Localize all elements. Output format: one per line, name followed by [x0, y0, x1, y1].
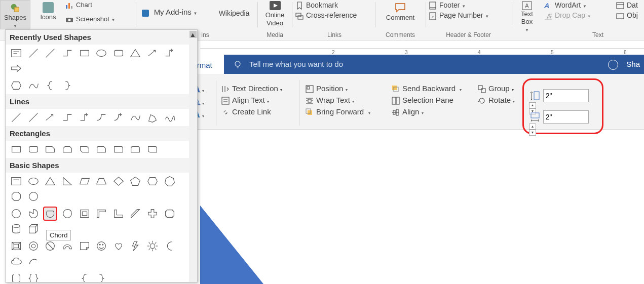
- shape-right-brace[interactable]: [60, 78, 74, 93]
- comment-button[interactable]: Comment: [380, 3, 421, 21]
- shape-arc[interactable]: [26, 254, 41, 268]
- shape-freeform[interactable]: [145, 110, 160, 125]
- shape-line[interactable]: [43, 46, 57, 60]
- shape-arrow-line[interactable]: [43, 110, 57, 125]
- shape-textbox2[interactable]: [9, 174, 23, 188]
- shape-nosymbol[interactable]: [43, 239, 57, 253]
- shape-double-brace[interactable]: [26, 271, 41, 282]
- drop-cap-button[interactable]: ADrop Cap ▼: [544, 11, 591, 20]
- shape-cube[interactable]: [26, 222, 41, 236]
- shape-block-arrow[interactable]: [9, 61, 23, 75]
- shape-round2same[interactable]: [128, 142, 142, 156]
- shape-block-arc[interactable]: [60, 239, 74, 253]
- shape-rounded-rect[interactable]: [111, 46, 126, 60]
- shape-trapezoid[interactable]: [94, 174, 108, 188]
- shape-octagon[interactable]: [9, 189, 23, 204]
- shape-lightning[interactable]: [128, 239, 142, 253]
- shape-curved-conn[interactable]: [94, 110, 108, 125]
- shape-heart[interactable]: [111, 239, 126, 253]
- shape-pentagon[interactable]: [128, 174, 142, 188]
- shape-left-brace[interactable]: [43, 78, 57, 93]
- icons-button[interactable]: Icons: [35, 0, 61, 29]
- shape-folded-corner[interactable]: [78, 239, 92, 253]
- shape-decagon[interactable]: [26, 189, 41, 204]
- bring-forward-button[interactable]: Bring Forward ▾: [305, 107, 370, 117]
- shape-triangle[interactable]: [128, 46, 142, 60]
- wordart-button[interactable]: AWordArt ▼: [544, 1, 591, 10]
- shape-snip2diag[interactable]: [78, 142, 92, 156]
- shape-textbox[interactable]: [9, 46, 23, 60]
- shape-parallelogram[interactable]: [78, 174, 92, 188]
- send-backward-button[interactable]: Send Backward ▾: [391, 84, 462, 94]
- shape-snip2same[interactable]: [60, 142, 74, 156]
- shape-hexagon[interactable]: [9, 78, 23, 93]
- shape-scribble[interactable]: [163, 110, 177, 125]
- shape-teardrop[interactable]: [60, 207, 74, 221]
- shape-elbow-arrow[interactable]: [78, 110, 92, 125]
- shape-oval[interactable]: [94, 46, 108, 60]
- selection-pane-button[interactable]: Selection Pane: [391, 96, 462, 105]
- shape-dodecagon[interactable]: [9, 207, 23, 221]
- shape-arrow-line[interactable]: [145, 46, 160, 60]
- shape-cross[interactable]: [145, 207, 160, 221]
- shape-heptagon[interactable]: [163, 174, 177, 188]
- shape-hexagon[interactable]: [145, 174, 160, 188]
- shape-curve[interactable]: [26, 78, 41, 93]
- shape-oval[interactable]: [26, 174, 41, 188]
- shape-curve[interactable]: [128, 110, 142, 125]
- screenshot-button[interactable]: Screenshot ▼: [65, 15, 115, 26]
- shape-height-input[interactable]: [543, 89, 589, 102]
- position-button[interactable]: Position ▾: [305, 84, 370, 94]
- triangle-shape[interactable]: [200, 206, 263, 284]
- shape-double-bracket[interactable]: [9, 271, 23, 282]
- document-canvas[interactable]: [200, 130, 644, 284]
- shape-elbow-arrow[interactable]: [163, 46, 177, 60]
- shape-curved-arrow[interactable]: [111, 110, 126, 125]
- shape-lshape[interactable]: [111, 207, 126, 221]
- shape-round2diag[interactable]: [145, 142, 160, 156]
- shape-rect[interactable]: [9, 142, 23, 156]
- shape-triangle[interactable]: [43, 174, 57, 188]
- gallery-scrollbar[interactable]: ▲: [189, 30, 197, 282]
- shape-round-rect[interactable]: [26, 142, 41, 156]
- shape-cloud[interactable]: [9, 254, 23, 268]
- shape-snip1[interactable]: [43, 142, 57, 156]
- wrap-text-button[interactable]: Wrap Text ▾: [305, 96, 370, 105]
- shape-right-triangle[interactable]: [60, 174, 74, 188]
- shape-donut[interactable]: [26, 239, 41, 253]
- tell-me-search[interactable]: Tell me what you want to do: [233, 55, 343, 74]
- online-video-button[interactable]: Online Video: [261, 0, 289, 29]
- bookmark-button[interactable]: Bookmark: [295, 1, 366, 10]
- page-number-button[interactable]: #Page Number ▼: [428, 11, 509, 20]
- shape-sun[interactable]: [145, 239, 160, 253]
- width-spinner[interactable]: ▲▼: [529, 124, 536, 136]
- shape-snipround[interactable]: [94, 142, 108, 156]
- shape-plaque[interactable]: [163, 207, 177, 221]
- text-box-button[interactable]: A Text Box▼: [514, 1, 540, 33]
- shape-right-brace[interactable]: [94, 271, 108, 282]
- shape-half-frame[interactable]: [94, 207, 108, 221]
- shape-diamond[interactable]: [111, 174, 126, 188]
- my-addins-button[interactable]: My Add-ins ▼: [141, 8, 212, 23]
- rotate-button[interactable]: Rotate ▾: [477, 96, 515, 105]
- shape-line[interactable]: [9, 110, 23, 125]
- date-button[interactable]: Dat: [616, 1, 638, 10]
- wikipedia-button[interactable]: Wikipedia: [214, 9, 254, 17]
- shapes-button[interactable]: Shapes ▼: [0, 0, 30, 29]
- shape-frame[interactable]: [78, 207, 92, 221]
- shape-line[interactable]: [26, 46, 41, 60]
- shape-connector[interactable]: [60, 46, 74, 60]
- shape-line[interactable]: [26, 110, 41, 125]
- shape-bevel[interactable]: [9, 239, 23, 253]
- shape-diag-stripe[interactable]: [128, 207, 142, 221]
- footer-button[interactable]: Footer ▼: [428, 1, 509, 10]
- share-area[interactable]: Sha: [608, 55, 644, 74]
- shape-width-input[interactable]: [543, 110, 589, 124]
- shape-left-brace[interactable]: [78, 271, 92, 282]
- align-button[interactable]: Align ▾: [391, 107, 462, 117]
- shape-can[interactable]: [9, 222, 23, 236]
- chart-button[interactable]: Chart: [65, 1, 92, 12]
- shape-chord[interactable]: [43, 207, 57, 221]
- shape-smiley[interactable]: [94, 239, 108, 253]
- cross-reference-button[interactable]: Cross-reference: [295, 11, 366, 20]
